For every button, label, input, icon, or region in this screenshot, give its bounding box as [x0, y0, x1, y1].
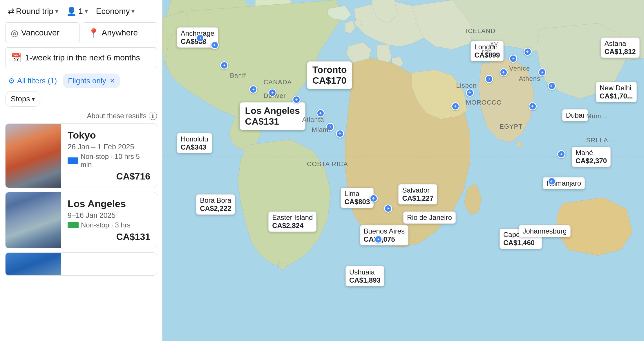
stops-chevron-icon: ▾: [32, 96, 35, 103]
la-airline-badge: [68, 222, 79, 228]
la-dates: 9–16 Jan 2025: [68, 211, 150, 220]
tokyo-image: [6, 124, 61, 188]
date-field[interactable]: 📅 1-week trip in the next 6 months: [5, 47, 157, 68]
tokyo-title: Tokyo: [68, 130, 150, 141]
all-filters-label: All filters (1): [17, 76, 57, 85]
map-label-mum: Mum...: [586, 112, 607, 120]
flights-only-close-icon[interactable]: ✕: [110, 77, 115, 85]
origin-value: Vancouver: [21, 28, 59, 37]
map-container[interactable]: AnchorageCA$588TorontoCA$170Los AngelesC…: [162, 0, 644, 341]
trip-type-button[interactable]: ⇄ Round trip ▾: [5, 5, 61, 17]
la-price: CA$131: [68, 231, 150, 242]
tokyo-flight: Non-stop · 10 hrs 5 min: [68, 152, 150, 169]
tokyo-airline-badge: [68, 157, 78, 164]
filters-row: ⚙ All filters (1) Flights only ✕ Stops ▾: [5, 73, 157, 107]
stops-chip[interactable]: Stops ▾: [5, 91, 40, 107]
map-label-athens: Athens: [519, 75, 540, 82]
stops-label: Stops: [11, 94, 30, 103]
passengers-chevron-icon: ▾: [85, 8, 88, 15]
info-icon: ℹ: [149, 112, 157, 120]
la-title: Los Angeles: [68, 198, 150, 209]
destination-field[interactable]: 📍 Anywhere: [83, 22, 157, 43]
origin-icon: ◎: [11, 28, 18, 38]
results-header-text: About these results: [87, 112, 146, 120]
top-bar: ⇄ Round trip ▾ 👤 1 ▾ Economy ▾: [5, 5, 157, 17]
search-row: ◎ Vancouver 📍 Anywhere: [5, 22, 157, 43]
passengers-label: 1: [78, 7, 83, 16]
destination-value: Anywhere: [102, 28, 138, 37]
map-label-ay: AY: [490, 41, 499, 49]
left-panel: ⇄ Round trip ▾ 👤 1 ▾ Economy ▾ ◎ Vancouv…: [0, 0, 162, 341]
class-label: Economy: [96, 7, 130, 16]
calendar-icon: 📅: [11, 53, 21, 63]
map-label-atlanta: Atlanta: [302, 116, 324, 123]
map-label-iceland: ICELAND: [466, 27, 495, 35]
map-label-sri-lanka: SRI LA...: [586, 137, 614, 144]
filter-icon: ⚙: [8, 76, 15, 85]
flights-only-chip[interactable]: Flights only ✕: [63, 73, 120, 88]
result-card-third[interactable]: [5, 252, 157, 276]
class-button[interactable]: Economy ▾: [94, 6, 137, 17]
person-icon: 👤: [66, 6, 77, 16]
passengers-button[interactable]: 👤 1 ▾: [64, 5, 90, 17]
tokyo-card-body: Tokyo 26 Jan – 1 Feb 2025 Non-stop · 10 …: [61, 124, 157, 188]
flights-only-label: Flights only: [68, 76, 106, 85]
trip-type-chevron-icon: ▾: [55, 8, 58, 15]
tokyo-dates: 26 Jan – 1 Feb 2025: [68, 143, 150, 151]
round-trip-icon: ⇄: [8, 6, 14, 16]
map-label-irgh: irgh: [480, 48, 492, 55]
date-value: 1-week trip in the next 6 months: [25, 53, 140, 62]
class-chevron-icon: ▾: [131, 8, 135, 15]
map-label-venice: Venice: [509, 65, 530, 72]
tokyo-flight-info: Non-stop · 10 hrs 5 min: [81, 152, 150, 169]
result-card-tokyo[interactable]: Tokyo 26 Jan – 1 Feb 2025 Non-stop · 10 …: [5, 123, 157, 188]
map-label-lisbon: Lisbon: [456, 82, 477, 89]
third-image: [6, 253, 61, 275]
map-label-costa-rica: COSTA RICA: [307, 160, 348, 168]
all-filters-button[interactable]: ⚙ All filters (1): [5, 74, 60, 88]
third-card-body: [61, 253, 157, 275]
map-label-canada: CANADA: [264, 78, 292, 86]
map-label-banff: Banff: [230, 72, 246, 79]
map-labels: CANADACOSTA RICAICELANDMOROCCOEGYPTVenic…: [162, 0, 644, 341]
map-label-morocco: MOROCCO: [466, 99, 502, 106]
results-header: About these results ℹ: [5, 112, 157, 120]
trip-type-label: Round trip: [16, 7, 53, 16]
map-label-egypt: EGYPT: [500, 123, 523, 130]
tokyo-price: CA$716: [68, 171, 150, 182]
la-flight: Non-stop · 3 hrs: [68, 221, 150, 229]
origin-field[interactable]: ◎ Vancouver: [5, 22, 80, 43]
map-label-miami: Miami: [312, 126, 330, 134]
map-label-denver: Denver: [264, 92, 286, 100]
la-flight-info: Non-stop · 3 hrs: [81, 221, 131, 229]
result-card-la[interactable]: Los Angeles 9–16 Jan 2025 Non-stop · 3 h…: [5, 192, 157, 248]
la-image: [6, 192, 61, 248]
la-card-body: Los Angeles 9–16 Jan 2025 Non-stop · 3 h…: [61, 192, 157, 248]
destination-icon: 📍: [88, 28, 99, 38]
